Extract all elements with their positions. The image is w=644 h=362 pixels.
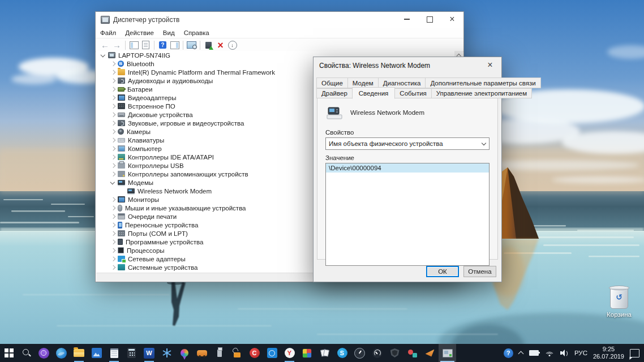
menu-help[interactable]: Справка: [179, 28, 214, 37]
tree-expander-icon[interactable]: [109, 68, 117, 76]
device-manager-titlebar[interactable]: Диспетчер устройств ×: [96, 12, 463, 27]
tree-expander-icon[interactable]: [109, 102, 117, 110]
dialog-titlebar[interactable]: Свойства: Wireless Network Modem ×: [314, 57, 501, 74]
taskbar-icon-plane[interactable]: [421, 344, 439, 362]
recycle-symbol-icon: ↺: [611, 293, 628, 301]
toolbar-separator: [125, 41, 126, 50]
tree-expander-icon[interactable]: [109, 264, 117, 271]
recycle-bin-icon: ↺: [610, 287, 628, 309]
taskbar-icon-maps[interactable]: [175, 344, 193, 362]
battery-icon[interactable]: [529, 350, 539, 356]
back-button[interactable]: [99, 40, 111, 51]
maximize-button[interactable]: [418, 12, 441, 27]
tree-expander-icon[interactable]: [100, 51, 107, 59]
taskbar-icon-skype[interactable]: S: [333, 344, 351, 362]
taskbar-icon-lock[interactable]: [228, 344, 246, 362]
taskbar-icon-toys[interactable]: [403, 344, 421, 362]
tab-Общие[interactable]: Общие: [316, 77, 348, 88]
language-indicator[interactable]: РУС: [574, 350, 587, 356]
taskbar-icon-notepad[interactable]: [105, 344, 123, 362]
help-tray-icon[interactable]: ?: [504, 348, 513, 358]
tree-expander-icon[interactable]: [109, 196, 117, 203]
tree-expander-icon[interactable]: [109, 119, 117, 127]
tree-expander-icon[interactable]: [109, 77, 117, 84]
audio-icon: [118, 120, 125, 126]
taskbar-icon-explorer[interactable]: [70, 344, 88, 362]
wifi-icon[interactable]: [544, 349, 555, 357]
tree-item-label: Wireless Network Modem: [138, 188, 212, 195]
tab-Дополнительные параметры связи[interactable]: Дополнительные параметры связи: [425, 77, 540, 88]
taskbar-icon-calculator[interactable]: [123, 344, 140, 362]
tree-expander-icon[interactable]: [109, 136, 117, 144]
tree-expander-icon[interactable]: [109, 179, 117, 186]
tree-expander-icon[interactable]: [109, 255, 117, 262]
taskbar-icon-alarm[interactable]: [263, 344, 281, 362]
toolbar: [96, 38, 463, 52]
tree-expander-icon[interactable]: [109, 247, 117, 254]
ok-button[interactable]: ОК: [426, 266, 459, 277]
action-pane-button[interactable]: [169, 40, 181, 51]
uninstall-device-button[interactable]: [214, 40, 226, 51]
minimize-button[interactable]: [396, 12, 418, 27]
value-list-item[interactable]: \Device\00000094: [326, 163, 489, 173]
scan-hardware-button[interactable]: [186, 40, 198, 51]
display-icon: [118, 94, 125, 101]
hidden-icons-chevron-icon[interactable]: [519, 351, 523, 355]
taskbar-icon-usb-drive[interactable]: [211, 344, 228, 362]
tree-expander-icon[interactable]: [109, 128, 117, 135]
tree-expander-icon[interactable]: [109, 213, 117, 220]
tree-expander-icon[interactable]: [109, 85, 117, 93]
taskbar-icon-game[interactable]: [193, 344, 211, 362]
help-button[interactable]: [157, 40, 169, 51]
console-window-icon: [130, 41, 139, 49]
recycle-bin[interactable]: ↺ Корзина: [599, 287, 639, 318]
taskbar-icon-clock[interactable]: [351, 344, 368, 362]
taskbar-icon-gauge[interactable]: [368, 344, 386, 362]
console-window-button[interactable]: [128, 40, 140, 51]
tree-expander-icon[interactable]: [109, 221, 117, 229]
taskbar-icon-cards[interactable]: [316, 344, 333, 362]
update-driver-button[interactable]: [203, 40, 214, 51]
tree-expander-icon[interactable]: [109, 170, 117, 178]
menu-view[interactable]: Вид: [158, 28, 179, 37]
properties-button[interactable]: [140, 40, 152, 51]
taskbar-icon-tanks[interactable]: [386, 344, 403, 362]
taskbar-icon-snowflake[interactable]: [158, 344, 175, 362]
volume-icon[interactable]: [560, 350, 569, 356]
tree-expander-icon[interactable]: [109, 162, 117, 169]
tab-События[interactable]: События: [394, 88, 431, 99]
taskbar-icon-cortana[interactable]: [35, 344, 53, 362]
taskbar-icon-word[interactable]: W: [140, 344, 158, 362]
menu-file[interactable]: Файл: [96, 28, 121, 37]
start-button[interactable]: [0, 344, 18, 362]
skype-glyph: S: [337, 348, 347, 358]
tab-Драйвер[interactable]: Драйвер: [316, 88, 353, 99]
tree-expander-icon[interactable]: [109, 153, 117, 161]
dialog-close-button[interactable]: ×: [479, 57, 501, 73]
menu-action[interactable]: Действие: [121, 28, 158, 37]
tree-expander-icon[interactable]: [109, 238, 117, 245]
tree-expander-icon[interactable]: [109, 204, 117, 212]
tree-expander-icon[interactable]: [109, 145, 117, 152]
taskbar-icon-yandex[interactable]: Y: [281, 344, 298, 362]
action-center-icon[interactable]: [630, 349, 639, 357]
tree-expander-icon[interactable]: [109, 230, 117, 237]
property-dropdown[interactable]: Имя объекта физического устройства: [325, 137, 490, 150]
cards-icon: [320, 348, 329, 357]
taskbar-icon-device-manager[interactable]: [439, 344, 456, 362]
cancel-button[interactable]: Отмена: [463, 266, 496, 277]
close-button[interactable]: ×: [441, 12, 463, 27]
taskbar-clock[interactable]: 9:25 26.07.2019: [593, 346, 624, 360]
taskbar-icon-photos[interactable]: [88, 344, 105, 362]
tree-expander-icon[interactable]: [109, 60, 117, 67]
disable-device-button[interactable]: [226, 40, 238, 51]
tab-Сведения[interactable]: Сведения: [352, 87, 396, 100]
forward-button[interactable]: [111, 40, 123, 51]
tab-Управление электропитанием[interactable]: Управление электропитанием: [431, 88, 532, 99]
tree-expander-icon[interactable]: [109, 111, 117, 118]
taskbar-icon-ccleaner[interactable]: C: [246, 344, 263, 362]
search-button[interactable]: [18, 344, 35, 362]
taskbar-icon-rubik[interactable]: [298, 344, 316, 362]
tree-expander-icon[interactable]: [109, 94, 117, 101]
taskbar-icon-edge[interactable]: [53, 344, 70, 362]
